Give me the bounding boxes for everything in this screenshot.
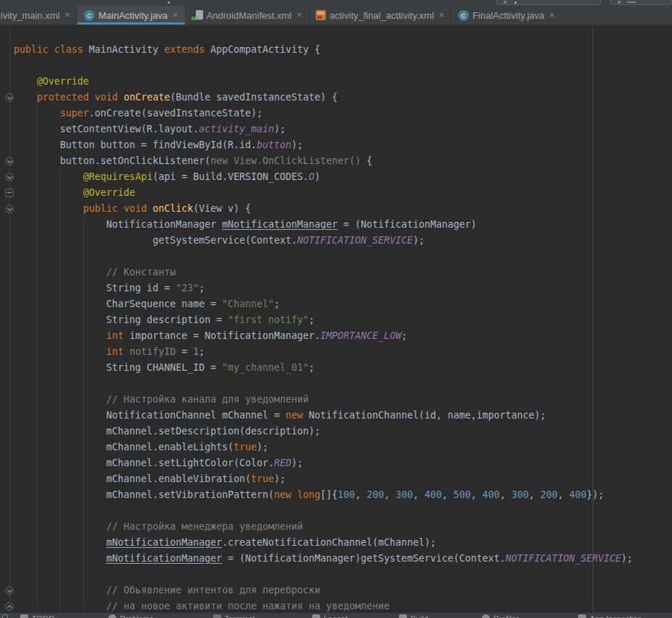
tab-label: AndroidManifest.xml [207,10,292,21]
code-line[interactable]: // Обьявление интентов для переброски [14,583,633,598]
code-line[interactable]: mNotificationManager = (NotificationMana… [14,551,633,567]
toolwindow-corner-icon[interactable] [2,614,8,618]
toolwindow-button-build[interactable]: Build [399,614,428,618]
code-segment: ) [314,171,320,182]
code-line[interactable]: mNotificationManager.createNotificationC… [14,535,633,551]
code-line[interactable]: super.onCreate(savedInstanceState); [14,106,633,121]
close-icon[interactable]: × [549,12,555,19]
code-segment: ; [309,314,314,325]
code-line[interactable]: button.setOnClickListener(new View.OnCli… [14,153,633,169]
code-line[interactable]: @Override [14,185,633,201]
close-icon[interactable]: × [439,12,444,19]
code-segment: }); [587,489,604,500]
code-line[interactable] [14,503,633,519]
fold-marker-icon[interactable] [5,602,14,611]
code-line[interactable]: Button button = findViewById(R.id.button… [14,137,633,153]
editor[interactable]: public class MainActivity extends AppCom… [0,25,672,612]
code-segment: "Channel" [222,299,274,309]
code-segment: ); [621,553,633,564]
code-segment [14,601,106,611]
close-icon[interactable]: × [173,12,178,19]
code-line[interactable] [14,58,633,74]
toolwindow-button-app-inspection[interactable]: App Inspection [578,614,642,618]
code-segment: // на новое активити после нажатия на ув… [106,601,389,611]
code-line[interactable]: mChannel.enableLights(true); [14,439,633,455]
code-segment: , [442,489,454,500]
tab-androidmanifest-xml[interactable]: MFAndroidManifest.xml× [186,6,309,25]
code-line[interactable]: mChannel.setLightColor(Color.RED); [14,455,633,471]
code-area[interactable]: public class MainActivity extends AppCom… [14,26,633,614]
toolwindow-button-problems[interactable]: Problems [108,614,153,618]
active-tab-underline [77,22,184,25]
code-segment: ); [274,473,285,484]
toolwindow-button-profiler[interactable]: Profiler [482,614,519,618]
code-line[interactable]: public class MainActivity extends AppCom… [14,42,633,58]
code-segment: , [384,489,395,500]
code-line[interactable]: int importance = NotificationManager.IMP… [14,328,633,344]
toolbar-dot-icon [514,1,517,4]
run-configuration-widget[interactable] [496,0,601,5]
code-line[interactable]: String CHANNEL_ID = "my_channel_01"; [14,360,633,376]
code-line[interactable]: int notifyID = 1; [14,344,633,360]
fold-marker-icon[interactable] [5,157,14,166]
toolwindow-button-todo[interactable]: TODO [20,614,55,618]
code-segment: NotificationManager [14,219,222,230]
code-line[interactable]: getSystemService(Context.NOTIFICATION_SE… [14,233,633,249]
code-segment: Button button = findViewById(R.id. [14,140,257,150]
tab-finalacttivity-java[interactable]: CFinalActtivity.java× [452,6,562,25]
code-line[interactable] [14,249,633,265]
code-line[interactable]: // Настройка канала для уведомлений [14,392,633,408]
code-line[interactable]: String description = "first notify"; [14,312,633,328]
code-line[interactable]: CharSequence name = "Channel"; [14,296,633,312]
code-segment: ); [413,235,424,246]
fold-marker-icon[interactable] [5,173,14,181]
code-segment: button [257,140,291,150]
code-segment: mNotificationManager [106,537,222,548]
code-line[interactable]: mChannel.setVibrationPattern(new long[]{… [14,487,633,503]
code-line[interactable] [14,26,633,42]
code-line[interactable]: String id = "23"; [14,280,633,296]
code-segment: ); [274,124,285,134]
code-line[interactable] [14,376,633,392]
fold-chevron-icon [7,158,12,163]
toolwindow-button-logcat[interactable]: Logcat [312,614,348,618]
code-line[interactable] [14,567,633,583]
code-line[interactable]: setContentView(R.layout.activity_main); [14,121,633,137]
code-line[interactable]: public void onClick(View v) { [14,201,633,217]
tab-label: FinalActtivity.java [473,10,544,21]
code-segment: notifyID [129,346,176,357]
code-segment: []{ [320,489,337,500]
code-segment: AppCompatActivity { [204,44,320,55]
tab-ivity-main-xml[interactable]: ivity_main.xml× [0,6,77,25]
code-segment: // Настройка канала для уведомлений [106,394,309,405]
fold-marker-icon[interactable] [5,586,14,595]
code-segment [147,203,152,214]
code-segment: // Константы [106,267,176,278]
code-segment: 300 [512,489,529,500]
code-line[interactable]: // Константы [14,265,633,280]
tab-activity-final-acttivity-xml[interactable]: activity_final_acttivity.xml× [309,6,452,25]
toolwindow-button-terminal[interactable]: Terminal [213,614,255,618]
tab-mainactivity-java[interactable]: CMainActivity.java× [77,6,185,25]
code-segment: = [176,346,193,357]
code-line[interactable]: NotificationManager mNotificationManager… [14,217,633,233]
gutter-fold-line [9,26,10,612]
code-line[interactable]: @Override [14,74,633,90]
code-segment: int [106,346,124,357]
code-segment: "23" [176,283,199,293]
toolwindow-label: Problems [120,614,153,618]
code-line[interactable]: protected void onCreate(Bundle savedInst… [14,90,633,106]
terminal-icon [213,614,221,618]
code-line[interactable]: NotificationChannel mChannel = new Notif… [14,408,633,424]
code-segment: .onCreate(savedInstanceState); [89,108,262,119]
close-icon[interactable]: × [65,12,71,19]
close-icon[interactable]: × [296,12,302,19]
code-line[interactable]: mChannel.enableVibration(true); [14,471,633,487]
fold-marker-icon[interactable] [5,189,14,197]
fold-marker-icon[interactable] [5,93,14,102]
code-line[interactable]: @RequiresApi(api = Build.VERSION_CODES.O… [14,169,633,185]
fold-marker-icon[interactable] [5,205,14,213]
code-line[interactable]: // Настройка менеджера уведомлений [14,519,633,535]
code-segment: String CHANNEL_ID = [14,362,222,373]
code-line[interactable]: mChannel.setDescription(description); [14,424,633,439]
